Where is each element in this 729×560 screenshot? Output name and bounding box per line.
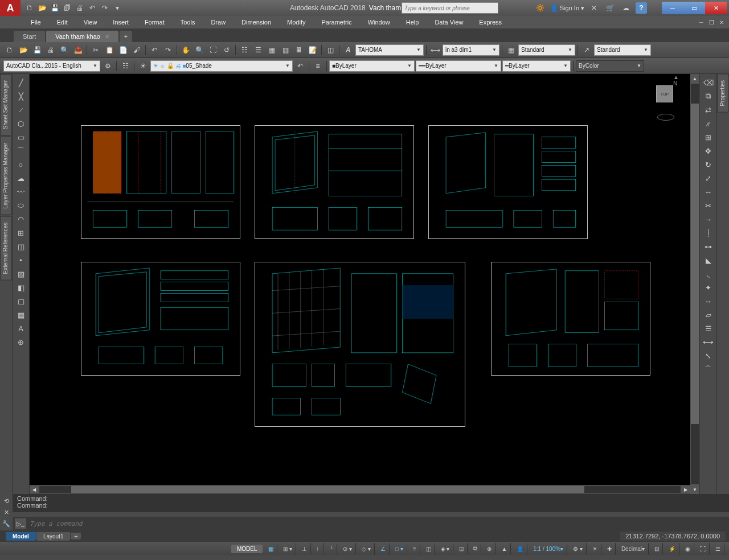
scroll-down-icon[interactable]: ▼ bbox=[690, 485, 699, 494]
cmd-prompt-icon[interactable]: ▷_ bbox=[15, 518, 26, 529]
hatch-icon[interactable]: ▨ bbox=[14, 267, 28, 280]
cloud-icon[interactable]: ☁ bbox=[620, 2, 632, 14]
status-annomon-icon[interactable]: ▲ bbox=[498, 543, 511, 554]
qat-saveas-icon[interactable]: 🗐 bbox=[62, 2, 73, 14]
status-qv-icon[interactable]: ⊟ bbox=[651, 543, 663, 554]
status-ducs-icon[interactable]: ⊡ bbox=[456, 543, 468, 554]
qat-save-icon[interactable]: 💾 bbox=[49, 2, 60, 14]
table-icon[interactable]: ▦ bbox=[505, 44, 517, 56]
arc-icon[interactable]: ⌒ bbox=[14, 145, 28, 157]
layer-manager-icon[interactable]: ☷ bbox=[119, 60, 132, 72]
properties-icon[interactable]: ☷ bbox=[238, 44, 251, 56]
status-lwt-icon[interactable]: ≡ bbox=[409, 543, 420, 554]
vertical-scrollbar[interactable]: ▲ ▼ bbox=[690, 74, 699, 494]
revcloud-icon[interactable]: ☁ bbox=[14, 172, 28, 184]
menu-draw[interactable]: Draw bbox=[203, 17, 234, 27]
menu-dimension[interactable]: Dimension bbox=[234, 17, 279, 27]
addselected-icon[interactable]: ⊕ bbox=[14, 336, 28, 348]
cmd-close-icon[interactable]: ✕ bbox=[2, 508, 11, 517]
status-isolate-icon[interactable]: ◉ bbox=[682, 543, 694, 554]
layer-dropdown[interactable]: ☀ ☼ 🔓 🖨 ■ 05_Shade▼ bbox=[150, 60, 293, 72]
help-icon[interactable]: ? bbox=[636, 2, 647, 14]
pline-icon[interactable]: ⟋ bbox=[14, 104, 28, 116]
drawing-canvas[interactable]: ▲N TOP bbox=[30, 74, 690, 485]
qat-plot-icon[interactable]: 🖨 bbox=[74, 2, 85, 14]
status-polar-icon[interactable]: ⊙ ▾ bbox=[339, 543, 356, 554]
dimstyle-dropdown[interactable]: in a3 dim1▼ bbox=[443, 44, 499, 56]
plot-icon[interactable]: 🖨 bbox=[44, 44, 57, 56]
toolpalette-icon[interactable]: ▥ bbox=[279, 44, 292, 56]
explode-icon[interactable]: ✦ bbox=[702, 281, 715, 294]
qat-new-icon[interactable]: 🗋 bbox=[24, 2, 35, 14]
linetype-dropdown[interactable]: ■ ByLayer▼ bbox=[329, 60, 415, 72]
panel-sheetset[interactable]: Sheet Set Manager bbox=[0, 74, 12, 135]
status-annauto-icon[interactable]: ✚ bbox=[604, 543, 616, 554]
menu-view[interactable]: View bbox=[76, 17, 105, 27]
viewcube-face[interactable]: TOP bbox=[656, 85, 673, 102]
status-clean-icon[interactable]: ⛶ bbox=[697, 543, 710, 554]
line-icon[interactable]: ╱ bbox=[14, 76, 28, 89]
workspace-dropdown[interactable]: AutoCAD Cla...2015 - English▼ bbox=[3, 60, 100, 72]
doc-minimize-button[interactable]: ─ bbox=[697, 18, 705, 26]
menu-file[interactable]: File bbox=[23, 17, 49, 27]
panel-layerprops[interactable]: Layer Properties Manager bbox=[0, 137, 12, 215]
layer-state-icon[interactable]: ☀ bbox=[137, 60, 149, 72]
erase-icon[interactable]: ⌫ bbox=[702, 76, 715, 89]
dimalign-icon[interactable]: ⤡ bbox=[702, 349, 715, 362]
paste-icon[interactable]: 📄 bbox=[117, 44, 129, 56]
matchprop-icon[interactable]: 🖌 bbox=[130, 44, 143, 56]
layer-previous-icon[interactable]: ↶ bbox=[294, 60, 306, 72]
status-annvis-icon[interactable]: ☀ bbox=[589, 543, 601, 554]
tab-current[interactable]: Vach tham khao ✕ bbox=[46, 31, 118, 42]
region-icon[interactable]: ▢ bbox=[14, 295, 28, 307]
menu-insert[interactable]: Insert bbox=[105, 17, 137, 27]
status-dyninput-icon[interactable]: ⊦ bbox=[313, 543, 323, 554]
move-icon[interactable]: ✥ bbox=[702, 145, 715, 157]
infocenter-icon[interactable]: 🔆 bbox=[534, 2, 547, 14]
menu-modify[interactable]: Modify bbox=[279, 17, 313, 27]
doc-close-button[interactable]: ✕ bbox=[718, 18, 726, 26]
scroll-left-icon[interactable]: ◀ bbox=[30, 485, 39, 493]
layout-model[interactable]: Model bbox=[6, 532, 36, 541]
status-3dosnap-icon[interactable]: ◈ ▾ bbox=[437, 543, 454, 554]
exchange-icon[interactable]: ✕ bbox=[588, 2, 600, 14]
status-units-icon[interactable]: Decimal ▾ bbox=[618, 543, 649, 554]
panel-xref[interactable]: External References bbox=[0, 216, 12, 281]
status-iso-icon[interactable]: ◇ ▾ bbox=[358, 543, 375, 554]
mtext-icon[interactable]: A bbox=[14, 322, 28, 335]
lineweight-dropdown[interactable]: ━━ ByLayer▼ bbox=[416, 60, 501, 72]
plotstyle-dropdown[interactable]: ━ ByLayer▼ bbox=[502, 60, 571, 72]
status-infer-icon[interactable]: ⊥ bbox=[298, 543, 311, 554]
copy-icon[interactable]: 📋 bbox=[103, 44, 116, 56]
cut-icon[interactable]: ✂ bbox=[89, 44, 102, 56]
status-tpy-icon[interactable]: ◫ bbox=[423, 543, 435, 554]
fillet-icon[interactable]: ◟ bbox=[702, 267, 715, 280]
close-button[interactable]: ✕ bbox=[705, 2, 727, 14]
rectangle-icon[interactable]: ▭ bbox=[14, 131, 28, 143]
layout-1[interactable]: Layout1 bbox=[36, 532, 71, 541]
offset-icon[interactable]: ⫽ bbox=[702, 117, 715, 130]
menu-express[interactable]: Express bbox=[471, 17, 510, 27]
array-icon[interactable]: ⊞ bbox=[702, 131, 715, 143]
polygon-icon[interactable]: ⬡ bbox=[14, 117, 28, 130]
extend-icon[interactable]: → bbox=[702, 213, 715, 225]
dim-icon[interactable]: ⟷ bbox=[429, 44, 441, 56]
menu-dataview[interactable]: Data View bbox=[427, 17, 471, 27]
spline-icon[interactable]: 〰 bbox=[14, 186, 28, 198]
font-dropdown[interactable]: TAHOMA▼ bbox=[355, 44, 424, 56]
mleader-icon[interactable]: ↗ bbox=[580, 44, 593, 56]
redo-icon[interactable]: ↷ bbox=[162, 44, 174, 56]
table-icon[interactable]: ▦ bbox=[14, 308, 28, 321]
menu-format[interactable]: Format bbox=[137, 17, 173, 27]
status-gizmo-icon[interactable]: ⊕ bbox=[484, 543, 495, 554]
zoomwin-icon[interactable]: ⛶ bbox=[207, 44, 219, 56]
status-ortho-icon[interactable]: └ bbox=[326, 543, 337, 554]
cmd-wrench-icon[interactable]: 🔧 bbox=[2, 519, 11, 528]
sign-in-button[interactable]: 👤 Sign In ▾ bbox=[550, 5, 584, 12]
markup-icon[interactable]: 📝 bbox=[306, 44, 319, 56]
cart-icon[interactable]: 🛒 bbox=[604, 2, 616, 14]
panel-properties[interactable]: Properties bbox=[717, 74, 729, 113]
gradient-icon[interactable]: ◧ bbox=[14, 281, 28, 294]
search-box[interactable] bbox=[402, 2, 498, 14]
menu-window[interactable]: Window bbox=[360, 17, 398, 27]
